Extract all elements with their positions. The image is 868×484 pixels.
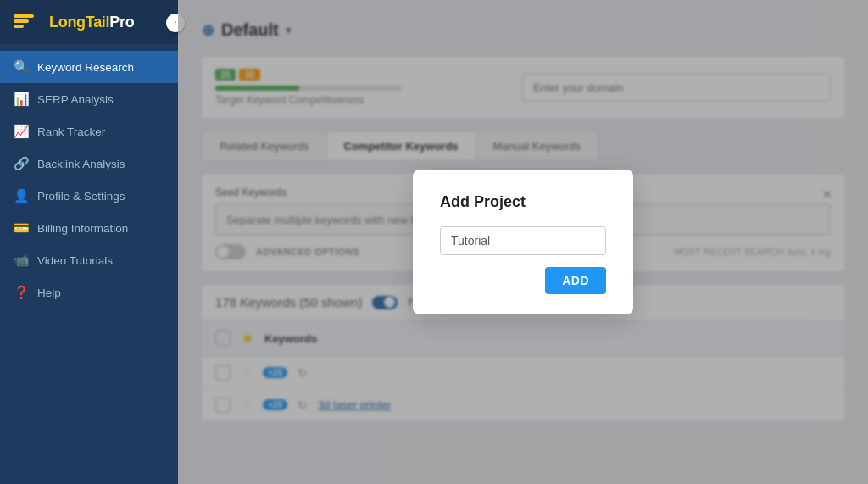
modal-footer: ADD	[440, 267, 606, 294]
sidebar: LongTailPro ‹ 🔍 Keyword Research 📊 SERP …	[0, 0, 178, 484]
video-icon: 📹	[14, 253, 29, 268]
help-icon: ❓	[14, 285, 29, 300]
logo-icon	[14, 13, 44, 31]
project-name-input[interactable]	[440, 226, 606, 255]
chart-icon: 📊	[14, 92, 29, 107]
sidebar-item-billing-information[interactable]: 💳 Billing Information	[0, 212, 178, 244]
logo-text: LongTailPro	[49, 14, 134, 31]
sidebar-item-video-tutorials[interactable]: 📹 Video Tutorials	[0, 244, 178, 276]
svg-rect-0	[14, 19, 29, 23]
modal-title: Add Project	[440, 193, 606, 211]
logo-container: LongTailPro	[0, 0, 178, 44]
sidebar-item-label: Billing Information	[37, 222, 128, 235]
add-project-modal: Add Project ADD	[413, 170, 633, 314]
user-icon: 👤	[14, 188, 29, 203]
sidebar-item-label: Backlink Analysis	[37, 158, 125, 170]
sidebar-item-label: Profile & Settings	[37, 190, 125, 203]
svg-rect-1	[14, 25, 24, 28]
sidebar-item-label: Keyword Research	[37, 61, 134, 74]
add-button[interactable]: ADD	[545, 267, 606, 294]
trending-icon: 📈	[14, 124, 29, 139]
main-content: ⊕ Default ▾ 25 30 Target Keyword Competi…	[178, 0, 868, 484]
billing-icon: 💳	[14, 220, 29, 236]
search-icon: 🔍	[14, 59, 29, 75]
sidebar-item-backlink-analysis[interactable]: 🔗 Backlink Analysis	[0, 147, 178, 180]
sidebar-item-help[interactable]: ❓ Help	[0, 276, 178, 309]
sidebar-item-serp-analysis[interactable]: 📊 SERP Analysis	[0, 83, 178, 115]
svg-rect-2	[14, 14, 34, 18]
sidebar-item-rank-tracker[interactable]: 📈 Rank Tracker	[0, 115, 178, 147]
sidebar-nav: 🔍 Keyword Research 📊 SERP Analysis 📈 Ran…	[0, 44, 178, 484]
sidebar-item-label: SERP Analysis	[37, 93, 114, 106]
sidebar-item-profile-settings[interactable]: 👤 Profile & Settings	[0, 180, 178, 212]
sidebar-item-label: Rank Tracker	[37, 125, 105, 138]
sidebar-item-keyword-research[interactable]: 🔍 Keyword Research	[0, 51, 178, 83]
sidebar-item-label: Video Tutorials	[37, 254, 113, 267]
link-icon: 🔗	[14, 156, 29, 171]
modal-overlay: Add Project ADD	[178, 0, 868, 484]
sidebar-item-label: Help	[37, 287, 61, 299]
